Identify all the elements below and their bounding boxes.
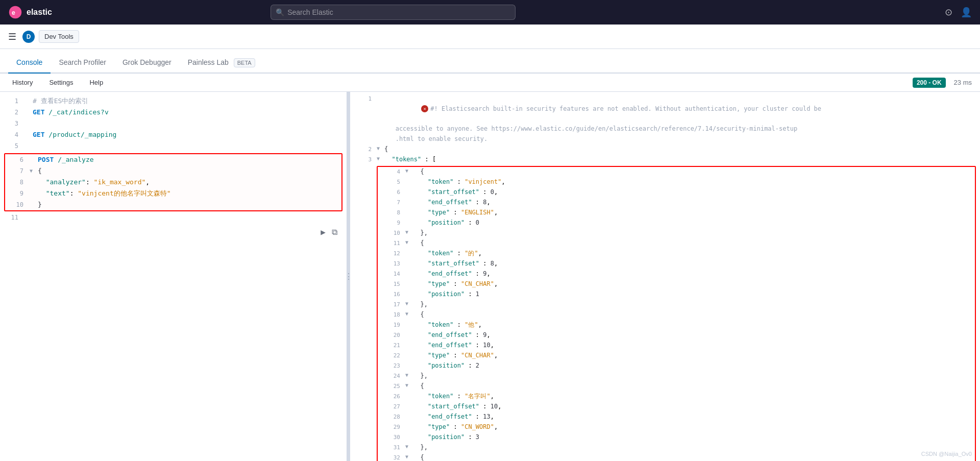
code-line: 4 GET /product/_mapping bbox=[0, 130, 347, 141]
tab-console[interactable]: Console bbox=[8, 52, 51, 74]
status-badge: 200 - OK bbox=[913, 78, 946, 88]
help-icon[interactable]: ⊙ bbox=[945, 7, 952, 18]
response-highlight-line: 21 "end_offset" : 10, bbox=[378, 341, 975, 351]
response-highlight-line: 30 "position" : 3 bbox=[378, 432, 975, 443]
response-highlight-line: 7 "end_offset" : 8, bbox=[378, 198, 975, 208]
ms-label: 23 ms bbox=[954, 79, 972, 86]
user-icon[interactable]: 👤 bbox=[961, 7, 972, 18]
response-highlight-line: 11 ▼ { bbox=[378, 238, 975, 249]
app-icon: D bbox=[22, 31, 35, 43]
tab-painless-lab[interactable]: Painless Lab BETA bbox=[180, 52, 263, 74]
response-line: .html to enable security. bbox=[350, 134, 980, 144]
hamburger-menu[interactable]: ☰ bbox=[8, 31, 16, 42]
main-area: 1 # 查看ES中的索引 2 GET /_cat/indices?v 3 4 G… bbox=[0, 92, 980, 461]
code-line: 1 # 查看ES中的索引 bbox=[0, 96, 347, 107]
tabs-bar: Console Search Profiler Grok Debugger Pa… bbox=[0, 49, 980, 74]
response-highlight-line: 4 ▼ { bbox=[378, 167, 975, 177]
response-highlight-line: 25 ▼ { bbox=[378, 381, 975, 392]
response-highlight-line: 16 "position" : 1 bbox=[378, 289, 975, 300]
response-highlight-line: 29 "type" : "CN_WORD", bbox=[378, 422, 975, 432]
response-highlight-line: 31 ▼ }, bbox=[378, 443, 975, 453]
search-bar[interactable]: 🔍 bbox=[271, 5, 516, 20]
response-highlight-block: 4 ▼ { 5 "token" : "vinjcent", 6 "start_o… bbox=[377, 166, 976, 461]
response-highlight-line: 24 ▼ }, bbox=[378, 371, 975, 381]
response-line: 2 ▼ { bbox=[350, 144, 980, 155]
svg-point-0 bbox=[9, 6, 22, 19]
beta-badge: BETA bbox=[234, 58, 255, 67]
toolbar: History Settings Help 200 - OK 23 ms bbox=[0, 74, 980, 92]
response-highlight-line: 27 "start_offset" : 10, bbox=[378, 402, 975, 412]
help-button[interactable]: Help bbox=[85, 77, 107, 88]
response-highlight-line: 8 "type" : "ENGLISH", bbox=[378, 208, 975, 218]
elastic-logo[interactable]: e elastic bbox=[8, 5, 52, 19]
search-input[interactable] bbox=[271, 5, 516, 20]
response-highlight-line: 5 "token" : "vinjcent", bbox=[378, 177, 975, 187]
code-line: 2 GET /_cat/indices?v bbox=[0, 107, 347, 118]
request-actions: ▶ ⧉ bbox=[320, 225, 338, 240]
secondary-nav: ☰ D Dev Tools bbox=[0, 25, 980, 49]
response-highlight-line: 22 "type" : "CN_CHAR", bbox=[378, 351, 975, 361]
response-line: 3 ▼ "tokens" : [ bbox=[350, 155, 980, 165]
response-highlight-line: 18 ▼ { bbox=[378, 310, 975, 320]
response-highlight-line: 20 "end_offset" : 9, bbox=[378, 330, 975, 341]
history-button[interactable]: History bbox=[8, 77, 37, 88]
response-highlight-line: 14 "end_offset" : 9, bbox=[378, 269, 975, 279]
run-button[interactable]: ▶ bbox=[320, 225, 327, 240]
left-panel: 1 # 查看ES中的索引 2 GET /_cat/indices?v 3 4 G… bbox=[0, 92, 347, 461]
request-line: 9 "text": "vinjcent的他名字叫文森特" bbox=[5, 188, 341, 199]
elastic-logo-icon: e bbox=[8, 5, 22, 19]
settings-button[interactable]: Settings bbox=[45, 77, 77, 88]
app-label[interactable]: Dev Tools bbox=[39, 30, 79, 43]
code-editor[interactable]: 1 # 查看ES中的索引 2 GET /_cat/indices?v 3 4 G… bbox=[0, 92, 347, 461]
app-badge: D Dev Tools bbox=[22, 30, 79, 43]
request-line: 7 ▼ { bbox=[5, 165, 341, 177]
request-line: 8 "analyzer": "ik_max_word", bbox=[5, 177, 341, 188]
response-highlight-line: 13 "start_offset" : 8, bbox=[378, 259, 975, 269]
tab-search-profiler[interactable]: Search Profiler bbox=[51, 52, 114, 74]
response-highlight-line: 26 "token" : "名字叫", bbox=[378, 392, 975, 402]
svg-text:e: e bbox=[12, 9, 15, 16]
watermark: CSDN @Naijia_Ov0 bbox=[921, 451, 972, 457]
response-highlight-line: 10 ▼ }, bbox=[378, 228, 975, 238]
response-highlight-line: 12 "token" : "的", bbox=[378, 249, 975, 259]
search-icon: 🔍 bbox=[276, 8, 284, 16]
response-highlight-line: 19 "token" : "他", bbox=[378, 320, 975, 330]
response-highlight-line: 28 "end_offset" : 13, bbox=[378, 412, 975, 422]
request-line: 6 POST /_analyze bbox=[5, 154, 341, 165]
response-line: 1 ✕#! Elasticsearch built-in security fe… bbox=[350, 94, 980, 124]
code-line: 3 bbox=[0, 118, 347, 130]
response-highlight-line: 17 ▼ }, bbox=[378, 300, 975, 310]
response-highlight-line: 9 "position" : 0 bbox=[378, 218, 975, 228]
response-highlight-line: 6 "start_offset" : 0, bbox=[378, 187, 975, 198]
nav-right: ⊙ 👤 bbox=[945, 7, 972, 18]
close-response-button[interactable]: ✕ bbox=[421, 105, 428, 112]
copy-button[interactable]: ⧉ bbox=[331, 225, 338, 240]
top-nav: e elastic 🔍 ⊙ 👤 bbox=[0, 0, 980, 25]
response-highlight-line: 15 "type" : "CN_CHAR", bbox=[378, 279, 975, 289]
request-line: 10 } bbox=[5, 199, 341, 210]
response-highlight-line: 23 "position" : 2 bbox=[378, 361, 975, 371]
code-line: 5 bbox=[0, 141, 347, 152]
request-block: 6 POST /_analyze 7 ▼ { 8 "analyzer": "ik… bbox=[4, 153, 342, 211]
response-line: accessible to anyone. See https://www.el… bbox=[350, 124, 980, 134]
response-code[interactable]: 1 ✕#! Elasticsearch built-in security fe… bbox=[350, 92, 980, 461]
right-panel: 1 ✕#! Elasticsearch built-in security fe… bbox=[350, 92, 980, 461]
code-line: 11 bbox=[0, 212, 347, 224]
tab-grok-debugger[interactable]: Grok Debugger bbox=[114, 52, 180, 74]
elastic-logo-text: elastic bbox=[27, 8, 52, 17]
response-highlight-line: 32 ▼ { bbox=[378, 453, 975, 461]
